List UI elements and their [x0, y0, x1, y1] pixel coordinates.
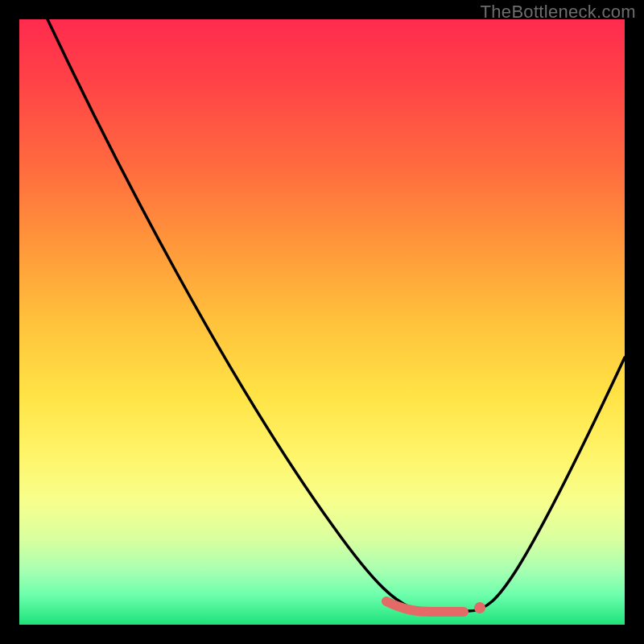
bottleneck-curve — [47, 19, 625, 611]
bottleneck-curve-svg — [19, 19, 625, 625]
highlight-segment — [386, 601, 464, 612]
plot-area — [19, 19, 625, 625]
chart-frame: TheBottleneck.com — [0, 0, 644, 644]
highlight-end-dot — [474, 602, 485, 613]
